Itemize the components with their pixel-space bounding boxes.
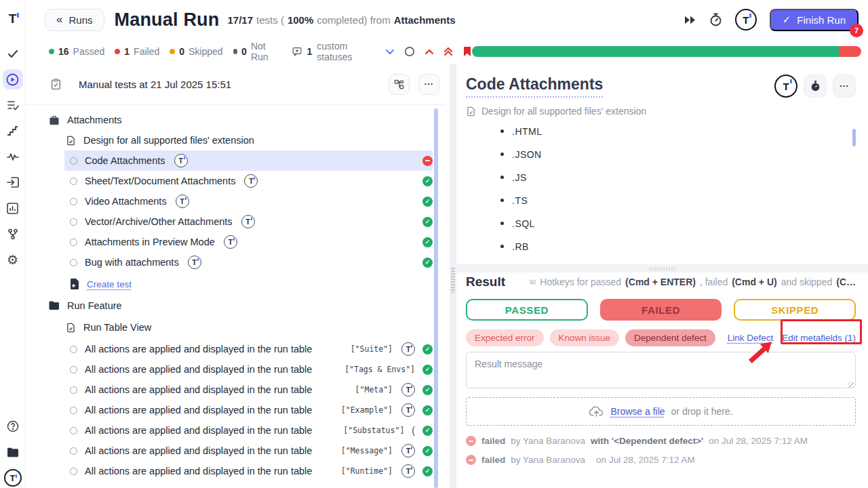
drag-handle-icon[interactable] bbox=[451, 267, 455, 293]
tag-known-issue[interactable]: Known issue bbox=[550, 329, 620, 346]
automated-test-icon: T bbox=[401, 342, 415, 356]
list-item: .RB bbox=[466, 239, 856, 262]
tree-doc[interactable]: Design for all supported files' extensio… bbox=[66, 130, 433, 150]
drag-handle-icon[interactable] bbox=[649, 267, 676, 270]
resize-handle[interactable] bbox=[848, 382, 854, 388]
radio-icon[interactable] bbox=[70, 178, 77, 185]
list-item: .TS bbox=[466, 192, 856, 216]
notification-badge[interactable]: 7 bbox=[850, 24, 863, 37]
list-item: .JS bbox=[466, 169, 856, 192]
test-title[interactable]: Code Attachments bbox=[466, 75, 603, 98]
app-sidebar: T ⚙ T bbox=[0, 0, 26, 488]
tree-test[interactable]: All actions are applied and displayed in… bbox=[64, 461, 433, 481]
radio-icon[interactable] bbox=[70, 366, 77, 373]
progress-passed-segment bbox=[472, 46, 839, 57]
branches-icon[interactable] bbox=[3, 224, 23, 244]
test-detail-scroll-area: Code Attachments T ... Design for all su… bbox=[456, 64, 868, 264]
file-check-icon bbox=[66, 323, 76, 333]
suite-path: Design for all supported files' extensio… bbox=[466, 106, 856, 117]
message-plus-icon bbox=[292, 46, 302, 57]
tree-test[interactable]: All actions are applied and displayed in… bbox=[64, 420, 433, 441]
stat-failed: 1Failed bbox=[115, 46, 159, 57]
source-suite: Attachments bbox=[394, 14, 456, 26]
radio-icon[interactable] bbox=[70, 447, 77, 455]
import-icon[interactable] bbox=[3, 172, 23, 192]
file-dropzone[interactable]: Browse a file or drop it here. bbox=[466, 397, 856, 426]
test-more-button[interactable]: ... bbox=[833, 75, 856, 98]
tree-doc[interactable]: Run Table View bbox=[66, 317, 433, 338]
tree-suite[interactable]: Attachments bbox=[49, 110, 433, 130]
result-divider[interactable] bbox=[456, 264, 868, 272]
create-test-row[interactable]: Create test bbox=[64, 274, 433, 294]
double-chevron-up-icon[interactable] bbox=[443, 47, 453, 56]
tests-icon[interactable] bbox=[3, 43, 23, 64]
radio-icon[interactable] bbox=[70, 218, 77, 226]
tree-view-button[interactable] bbox=[389, 74, 410, 95]
profile-avatar[interactable]: T bbox=[3, 468, 23, 488]
tree-test[interactable]: All actions are applied and displayed in… bbox=[64, 441, 433, 461]
mark-failed-button[interactable]: FAILED bbox=[600, 299, 722, 321]
chevron-down-icon[interactable] bbox=[385, 49, 395, 55]
pulse-icon[interactable] bbox=[3, 146, 23, 167]
panel-divider[interactable] bbox=[450, 64, 456, 488]
testomat-logo-icon[interactable]: T bbox=[3, 8, 23, 28]
result-section: Result Hotkeys for passed(Cmd + ENTER) ,… bbox=[466, 272, 856, 488]
test-timer-button[interactable] bbox=[804, 75, 827, 98]
help-icon[interactable] bbox=[3, 416, 23, 436]
custom-statuses[interactable]: 1custom statuses bbox=[292, 41, 374, 62]
radio-icon[interactable] bbox=[70, 157, 77, 165]
radio-icon[interactable] bbox=[70, 259, 77, 266]
test-plans-icon[interactable] bbox=[3, 95, 23, 115]
timer-icon[interactable] bbox=[709, 13, 722, 26]
finish-run-button[interactable]: ✓ Finish Run 7 bbox=[770, 9, 859, 31]
runs-icon[interactable] bbox=[3, 69, 23, 89]
radio-icon[interactable] bbox=[70, 407, 77, 414]
radio-icon[interactable] bbox=[70, 468, 77, 475]
create-test-link[interactable]: Create test bbox=[87, 279, 132, 289]
tree-test[interactable]: Video Attachments T bbox=[64, 191, 433, 211]
tree-test-selected[interactable]: Code Attachments T bbox=[64, 150, 433, 171]
projects-folder-icon[interactable] bbox=[3, 442, 23, 462]
mark-skipped-button[interactable]: SKIPPED bbox=[734, 299, 856, 321]
run-panel-more-button[interactable]: ... bbox=[418, 74, 439, 95]
tag-expected-error[interactable]: Expected error bbox=[466, 329, 544, 346]
radio-icon[interactable] bbox=[70, 427, 77, 434]
radio-icon[interactable] bbox=[70, 198, 77, 205]
tree-test[interactable]: All actions are applied and displayed in… bbox=[64, 380, 433, 400]
steps-icon[interactable] bbox=[3, 121, 23, 141]
tree-folder[interactable]: Run Feature bbox=[49, 296, 433, 316]
browse-file-link[interactable]: Browse a file bbox=[610, 406, 665, 417]
chevron-up-icon[interactable] bbox=[425, 49, 434, 55]
back-to-runs-button[interactable]: « Runs bbox=[45, 9, 104, 31]
mark-passed-button[interactable]: PASSED bbox=[466, 299, 588, 321]
file-check-icon bbox=[466, 106, 476, 117]
right-scrollbar[interactable] bbox=[852, 129, 856, 146]
hierarchy-icon bbox=[394, 79, 404, 89]
tree-test[interactable]: Attachments in Preview Mode T bbox=[64, 232, 433, 252]
passed-dot-icon bbox=[49, 49, 54, 54]
run-owner-logo-icon[interactable]: T bbox=[735, 9, 757, 30]
check-icon: ✓ bbox=[783, 14, 791, 26]
radio-icon[interactable] bbox=[70, 346, 77, 353]
failed-status-icon bbox=[466, 436, 476, 446]
bookmark-icon[interactable] bbox=[462, 46, 472, 57]
tree-test[interactable]: All actions are applied and displayed in… bbox=[64, 339, 433, 359]
circle-filter-icon[interactable] bbox=[404, 46, 415, 57]
status-passed-icon bbox=[422, 365, 433, 375]
tree-test[interactable]: Vector/Archive/Other Attachments T bbox=[64, 211, 433, 232]
fast-forward-icon[interactable] bbox=[684, 16, 696, 24]
result-message-input[interactable] bbox=[466, 352, 856, 388]
tree-test[interactable]: Sheet/Text/Document Attachments T bbox=[64, 171, 433, 191]
analytics-icon[interactable] bbox=[3, 198, 23, 218]
radio-icon[interactable] bbox=[70, 239, 77, 246]
tree-test[interactable]: All actions are applied and displayed in… bbox=[64, 359, 433, 380]
test-detail-panel: Code Attachments T ... Design for all su… bbox=[456, 64, 868, 488]
tag-dependent-defect[interactable]: Dependent defect bbox=[625, 329, 715, 346]
tree-test[interactable]: All actions are applied and displayed in… bbox=[64, 400, 433, 420]
tree-test[interactable]: Bug with attachments T bbox=[64, 252, 433, 272]
left-scrollbar[interactable] bbox=[434, 108, 438, 488]
settings-gear-icon[interactable]: ⚙ bbox=[3, 249, 23, 270]
radio-icon[interactable] bbox=[70, 386, 77, 394]
automated-test-logo-icon[interactable]: T bbox=[774, 75, 797, 98]
annotation-highlight-box bbox=[781, 319, 862, 344]
